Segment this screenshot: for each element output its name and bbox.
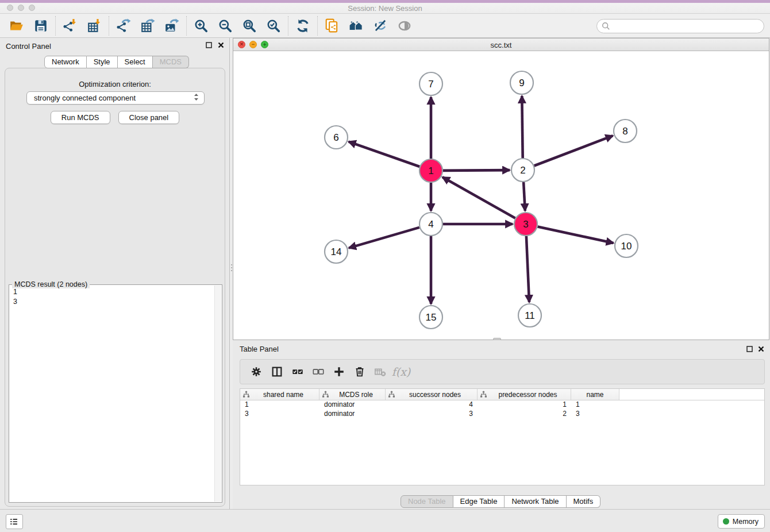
- show-graphics-details-button[interactable]: [368, 16, 392, 36]
- graph-node-15[interactable]: 15: [419, 306, 442, 329]
- column-type-icon: [480, 391, 487, 398]
- run-mcds-button[interactable]: Run MCDS: [51, 111, 110, 124]
- tab-node-table[interactable]: Node Table: [401, 495, 453, 508]
- show-hide-panel-button[interactable]: [392, 16, 417, 36]
- table-cell[interactable]: dominator: [319, 400, 386, 410]
- column-header-successor-nodes[interactable]: successor nodes: [386, 389, 478, 400]
- delete-table-button[interactable]: [370, 362, 391, 381]
- column-header-predecessor-nodes[interactable]: predecessor nodes: [478, 389, 571, 400]
- refresh-layout-icon: [295, 18, 310, 33]
- search-box[interactable]: [596, 19, 764, 33]
- zoom-out-button[interactable]: [213, 16, 237, 36]
- float-table-panel-icon[interactable]: [746, 345, 753, 353]
- table-cell[interactable]: 4: [386, 400, 478, 410]
- zoom-out-icon: [218, 18, 233, 33]
- table-row[interactable]: 1dominator411: [240, 400, 764, 410]
- optimization-criterion-select[interactable]: strongly connected component: [26, 91, 205, 105]
- edge-3-1[interactable]: [442, 177, 515, 218]
- import-network-button[interactable]: [58, 16, 82, 36]
- memory-button[interactable]: Memory: [718, 514, 765, 529]
- graph-node-11[interactable]: 11: [518, 304, 541, 327]
- edge-2-8[interactable]: [534, 136, 613, 165]
- export-network-button[interactable]: [111, 16, 136, 36]
- float-panel-icon[interactable]: [205, 41, 213, 49]
- column-header-name[interactable]: name: [571, 389, 619, 400]
- column-header-MCDS-role[interactable]: MCDS role: [319, 389, 386, 400]
- close-panel-button[interactable]: Close panel: [118, 111, 180, 124]
- function-builder-button[interactable]: f(x): [391, 362, 411, 381]
- graph-node-8[interactable]: 8: [614, 119, 637, 142]
- graph-node-7[interactable]: 7: [419, 72, 442, 95]
- zoom-fit-button[interactable]: [237, 16, 261, 36]
- new-network-from-selection-icon: [325, 18, 340, 33]
- toolbar-separator: [288, 16, 288, 36]
- tab-motifs[interactable]: Motifs: [567, 495, 601, 508]
- edge-1-2[interactable]: [443, 170, 510, 171]
- export-table-button[interactable]: [136, 16, 160, 36]
- tab-style[interactable]: Style: [87, 56, 118, 68]
- graph-node-1[interactable]: 1: [419, 159, 442, 182]
- edge-2-9[interactable]: [522, 96, 522, 158]
- edge-4-14[interactable]: [349, 228, 419, 248]
- toolbar-icon-group: [5, 16, 417, 36]
- first-neighbors-button[interactable]: [344, 16, 368, 36]
- mcds-result-title: MCDS result (2 nodes): [12, 280, 90, 288]
- result-scrollbar[interactable]: [214, 286, 221, 502]
- status-bar: Memory: [0, 509, 770, 532]
- save-session-button[interactable]: [29, 16, 53, 36]
- graph-node-4[interactable]: 4: [419, 213, 442, 236]
- export-image-button[interactable]: [160, 16, 184, 36]
- zoom-in-button[interactable]: [189, 16, 213, 36]
- close-panel-icon[interactable]: [217, 41, 225, 49]
- table-cell[interactable]: 3: [240, 410, 319, 419]
- window-top-accent: [0, 0, 770, 3]
- table-cell[interactable]: 1: [571, 400, 619, 410]
- search-input[interactable]: [613, 22, 759, 30]
- add-column-button[interactable]: [329, 362, 349, 381]
- graph-node-10[interactable]: 10: [615, 234, 638, 257]
- graph-node-2[interactable]: 2: [511, 159, 534, 182]
- table-row[interactable]: 3dominator323: [240, 410, 764, 419]
- close-table-panel-icon[interactable]: [757, 345, 765, 353]
- column-header-label: MCDS role: [329, 391, 383, 399]
- zoom-fit-icon: [242, 18, 257, 33]
- table-cell[interactable]: 2: [478, 410, 571, 419]
- open-file-button[interactable]: [5, 16, 29, 36]
- zoom-selected-button[interactable]: [261, 16, 286, 36]
- select-all-columns-button[interactable]: [287, 362, 308, 381]
- graph-node-9[interactable]: 9: [510, 71, 533, 94]
- column-header-shared-name[interactable]: shared name: [240, 389, 319, 400]
- delete-column-button[interactable]: [349, 362, 370, 381]
- tab-network[interactable]: Network: [44, 56, 87, 68]
- deselect-all-columns-button[interactable]: [308, 362, 329, 381]
- tab-mcds[interactable]: MCDS: [153, 56, 189, 68]
- graph-node-6[interactable]: 6: [325, 126, 348, 149]
- edge-3-11[interactable]: [526, 236, 529, 302]
- task-history-button[interactable]: [6, 514, 23, 529]
- tab-edge-table[interactable]: Edge Table: [453, 495, 505, 508]
- export-network-icon: [116, 18, 131, 33]
- graph-node-3[interactable]: 3: [514, 213, 537, 236]
- tab-network-table[interactable]: Network Table: [505, 495, 566, 508]
- control-panel: Control Panel NetworkStyleSelectMCDS Opt…: [0, 38, 230, 509]
- selected-criterion-value: strongly connected component: [34, 94, 136, 102]
- tab-select[interactable]: Select: [118, 56, 153, 68]
- network-canvas[interactable]: 7968124314101511: [233, 51, 769, 340]
- refresh-layout-button[interactable]: [291, 16, 315, 36]
- column-layout-button[interactable]: [267, 362, 287, 381]
- column-settings-gear-button[interactable]: [246, 362, 267, 381]
- table-cell[interactable]: dominator: [319, 410, 386, 419]
- edge-3-10[interactable]: [538, 227, 614, 244]
- edge-1-6[interactable]: [349, 142, 420, 167]
- application-window: Session: New Session Control Panel Netwo…: [0, 0, 770, 532]
- table-cell[interactable]: 1: [240, 400, 319, 410]
- graph-node-14[interactable]: 14: [325, 240, 348, 263]
- table-cell[interactable]: 3: [386, 410, 478, 419]
- table-cell[interactable]: 3: [571, 410, 619, 419]
- import-table-button[interactable]: [82, 16, 106, 36]
- list-icon: [9, 516, 20, 527]
- edge-2-3[interactable]: [523, 182, 525, 211]
- new-network-from-selection-button[interactable]: [320, 16, 344, 36]
- table-cell[interactable]: 1: [478, 400, 571, 410]
- show-graphics-details-icon: [373, 18, 388, 33]
